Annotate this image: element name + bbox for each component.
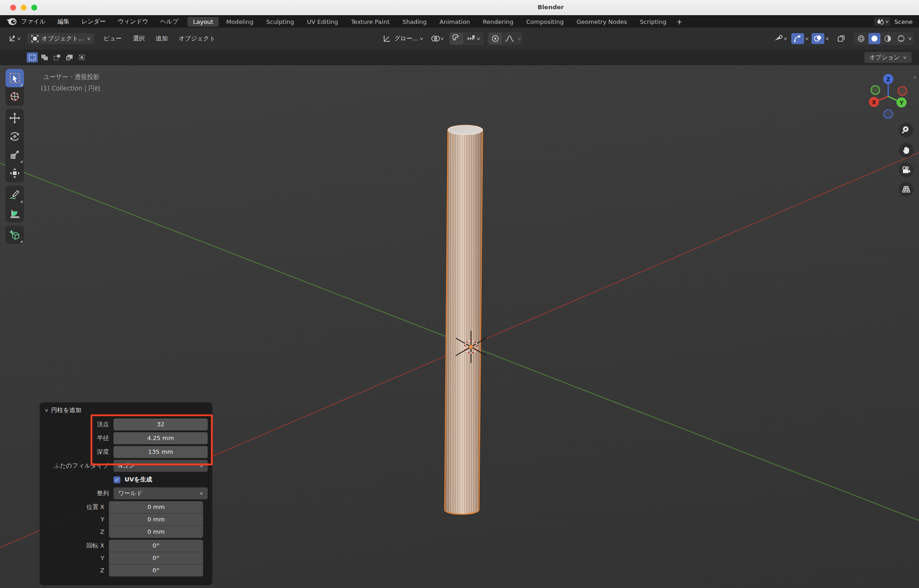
menu-window[interactable]: ウィンドウ [118, 17, 148, 26]
rotate-tool[interactable] [6, 127, 24, 146]
magnet-icon [453, 34, 461, 43]
add-workspace-button[interactable]: + [674, 17, 685, 28]
blender-logo-icon[interactable] [6, 17, 17, 26]
add-cube-tool[interactable] [6, 226, 24, 244]
collapse-arrow-icon: ∨ [44, 408, 49, 413]
object-visibility-dropdown[interactable]: ∨ [772, 33, 789, 44]
blender-window: Blender ファイル 編集 レンダー ウィンドウ ヘルプ Layout Mo… [0, 0, 919, 588]
minimize-window-button[interactable] [21, 5, 27, 11]
shading-solid-button[interactable] [868, 33, 880, 44]
cylinder-object[interactable] [445, 125, 482, 514]
navigation-gizmo[interactable]: Z X Y [864, 64, 919, 124]
move-tool[interactable] [6, 109, 24, 127]
tab-sculpting[interactable]: Sculpting [261, 17, 300, 27]
tab-rendering[interactable]: Rendering [477, 17, 519, 27]
menu-object[interactable]: オブジェクト [179, 34, 216, 43]
chevron-down-icon[interactable]: ∨ [825, 36, 829, 41]
scale-tool[interactable] [6, 146, 24, 164]
tab-uv-editing[interactable]: UV Editing [301, 17, 344, 27]
select-mode-subtract-button[interactable] [51, 52, 62, 62]
sidebar-toggle-icon[interactable]: ‹ [913, 74, 916, 81]
radius-field[interactable]: 4.25 mm [113, 432, 208, 444]
location-z-field[interactable]: 0 mm [109, 526, 203, 538]
perspective-grid-icon [901, 185, 911, 194]
tab-shading[interactable]: Shading [397, 17, 432, 27]
shading-material-button[interactable] [882, 33, 894, 44]
chevron-down-icon: ∨ [199, 464, 204, 468]
tab-compositing[interactable]: Compositing [521, 17, 569, 27]
camera-view-button[interactable] [899, 163, 913, 177]
tool-options-dropdown[interactable]: オプション ∨ [864, 52, 912, 63]
tool-settings-bar: オプション ∨ [0, 50, 919, 66]
maximize-window-button[interactable] [31, 5, 37, 11]
select-mode-extend-button[interactable] [39, 52, 50, 62]
snap-settings-dropdown[interactable]: ∨ [464, 33, 482, 44]
tab-layout[interactable]: Layout [187, 17, 219, 27]
rotation-z-field[interactable]: 0° [109, 565, 203, 577]
gizmo-axis-x-neg[interactable] [898, 87, 907, 96]
select-mode-set-button[interactable] [27, 52, 38, 62]
menu-view[interactable]: ビュー [103, 34, 122, 43]
tab-animation[interactable]: Animation [434, 17, 476, 27]
menu-select[interactable]: 選択 [133, 34, 145, 43]
snap-increment-icon [466, 34, 477, 43]
select-mode-intersect-button[interactable] [76, 52, 87, 62]
xray-toggle[interactable] [835, 33, 848, 44]
chevron-down-icon[interactable]: ∨ [805, 36, 810, 41]
tab-texture-paint[interactable]: Texture Paint [346, 17, 395, 27]
show-overlays-toggle[interactable] [811, 33, 824, 44]
chevron-down-icon[interactable]: ∨ [517, 36, 522, 41]
scene-icon [876, 18, 885, 25]
gizmo-axis-z-neg[interactable] [884, 110, 893, 119]
snap-toggle-button[interactable] [451, 33, 463, 44]
location-y-label: Y [40, 514, 109, 526]
align-dropdown[interactable]: ワールド ∨ [113, 487, 208, 499]
shading-rendered-button[interactable] [895, 33, 907, 44]
perspective-toggle-button[interactable] [899, 182, 913, 197]
tab-geometry-nodes[interactable]: Geometry Nodes [571, 17, 633, 27]
gizmo-axis-z[interactable]: Z [883, 74, 893, 84]
chevron-down-icon[interactable]: ∨ [908, 36, 913, 41]
pan-view-button[interactable] [899, 143, 913, 158]
editor-type-selector[interactable]: ∨ [6, 33, 23, 44]
rotation-y-field[interactable]: 0° [109, 552, 203, 564]
menu-help[interactable]: ヘルプ [160, 17, 179, 26]
menu-add[interactable]: 追加 [156, 34, 168, 43]
gizmo-axis-x[interactable]: X [869, 97, 879, 107]
select-box-tool[interactable] [6, 69, 24, 87]
xray-icon [837, 34, 846, 43]
panel-header[interactable]: ∨ 円柱を追加 [45, 406, 212, 414]
tab-modeling[interactable]: Modeling [221, 17, 259, 27]
cursor-tool[interactable] [6, 87, 24, 106]
proportional-editing-toggle[interactable] [489, 33, 501, 44]
annotate-tool[interactable] [6, 186, 24, 204]
show-gizmo-toggle[interactable] [791, 33, 804, 44]
chevron-down-icon: ∨ [885, 19, 889, 24]
zoom-view-button[interactable] [899, 123, 913, 137]
generate-uv-checkbox[interactable]: ✓ [113, 476, 120, 483]
select-mode-invert-button[interactable] [64, 52, 75, 62]
menu-file[interactable]: ファイル [21, 17, 45, 26]
transform-orientation-dropdown[interactable]: グロー... ∨ [380, 33, 425, 45]
pivot-point-dropdown[interactable]: ∨ [429, 33, 446, 45]
gizmo-axis-y[interactable]: Y [896, 97, 907, 107]
vertices-field[interactable]: 32 [113, 418, 208, 430]
location-x-field[interactable]: 0 mm [109, 501, 203, 513]
gizmo-axis-y-neg[interactable] [871, 86, 880, 95]
transform-tool[interactable] [6, 164, 24, 182]
tab-scripting[interactable]: Scripting [634, 17, 672, 27]
cap-fill-dropdown[interactable]: Nゴン ∨ [113, 460, 208, 472]
measure-tool[interactable] [6, 204, 24, 222]
menu-render[interactable]: レンダー [81, 17, 106, 26]
scene-selector[interactable]: ∨ Scene [874, 17, 913, 27]
proportional-falloff-button[interactable] [503, 33, 516, 44]
location-y-field[interactable]: 0 mm [109, 514, 203, 526]
rendered-sphere-icon [897, 34, 905, 43]
depth-field[interactable]: 135 mm [113, 446, 208, 458]
mode-selector[interactable]: オブジェクト... ∨ [27, 33, 95, 44]
rotation-x-field[interactable]: 0° [109, 540, 203, 552]
close-window-button[interactable] [10, 5, 16, 11]
gizmo-icon [793, 34, 802, 43]
shading-wireframe-button[interactable] [855, 33, 867, 44]
menu-edit[interactable]: 編集 [57, 17, 69, 26]
